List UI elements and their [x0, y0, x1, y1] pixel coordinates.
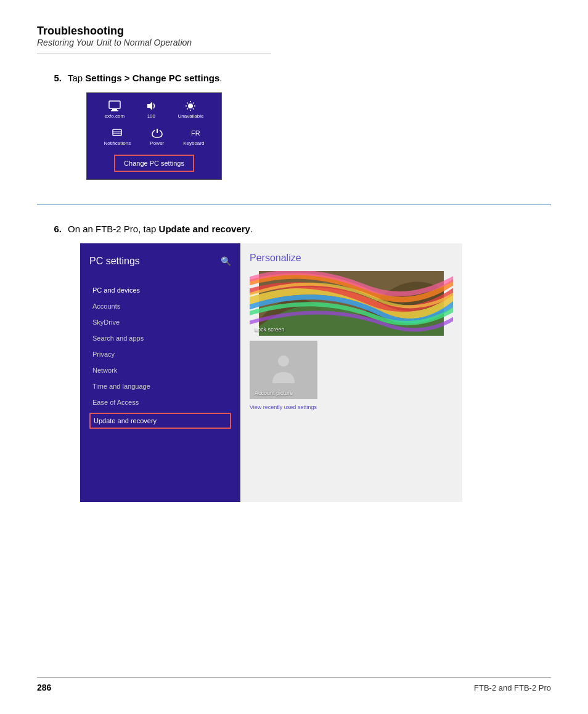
- person-icon: [271, 354, 296, 387]
- pc-settings-title: PC settings: [89, 256, 140, 267]
- account-picture-label: Account picture: [255, 390, 293, 396]
- charm-keyboard: FRA Keyboard: [183, 128, 204, 146]
- step-5-text-suffix: .: [219, 73, 222, 83]
- step-6-text-suffix: .: [250, 224, 253, 234]
- svg-marker-3: [147, 102, 152, 110]
- notifications-icon: [111, 128, 123, 139]
- step-5-content: Tap Settings > Change PC settings. exfo.…: [68, 73, 551, 180]
- charm-volume-label: 100: [147, 113, 155, 119]
- charm-icons-row1: exfo.com 100: [94, 100, 214, 119]
- step-6-screenshot: PC settings 🔍 PC and devices Accounts Sk…: [80, 243, 462, 502]
- charm-exfo-label: exfo.com: [105, 113, 125, 119]
- header-divider: [37, 54, 271, 54]
- step-5-screenshot: exfo.com 100: [86, 92, 222, 180]
- charm-notifications-label: Notifications: [104, 140, 131, 146]
- svg-rect-1: [112, 109, 117, 110]
- personalize-title: Personalize: [250, 253, 453, 264]
- step-6: 6. On an FTB-2 Pro, tap Update and recov…: [37, 224, 551, 502]
- account-picture-container: Account picture: [250, 341, 317, 399]
- step-5-text: Tap Settings > Change PC settings.: [68, 73, 551, 83]
- svg-rect-0: [109, 101, 120, 108]
- svg-line-9: [187, 103, 189, 104]
- menu-item-pc-devices[interactable]: PC and devices: [89, 282, 231, 298]
- charm-exfo: exfo.com: [105, 100, 125, 119]
- step-6-text: On an FTB-2 Pro, tap Update and recovery…: [68, 224, 551, 234]
- person-silhouette-icon: [271, 354, 296, 384]
- step-6-text-prefix: On an FTB-2 Pro, tap: [68, 224, 159, 234]
- pc-settings-header: PC settings 🔍: [89, 256, 231, 267]
- personalize-panel: Personalize: [240, 243, 462, 502]
- power-icon: [151, 128, 163, 139]
- svg-line-10: [193, 108, 194, 110]
- step-5-number: 5.: [37, 73, 68, 83]
- svg-line-11: [193, 103, 194, 104]
- charm-brightness-label: Unavailable: [178, 113, 204, 119]
- menu-item-time-language[interactable]: Time and language: [89, 378, 231, 394]
- menu-item-accounts[interactable]: Accounts: [89, 298, 231, 314]
- charm-brightness: Unavailable: [178, 100, 204, 119]
- svg-point-18: [278, 355, 289, 367]
- page-footer: 286 FTB-2 and FTB-2 Pro: [37, 677, 551, 692]
- monitor-icon: [108, 100, 121, 112]
- pc-settings-search-icon[interactable]: 🔍: [221, 256, 231, 267]
- settings-menu: PC and devices Accounts SkyDrive Search …: [89, 282, 231, 429]
- charm-volume: 100: [145, 100, 157, 119]
- step-5-text-bold: Settings > Change PC settings: [85, 73, 219, 83]
- step-divider: [37, 205, 551, 205]
- svg-rect-13: [113, 129, 121, 136]
- step-6-content: On an FTB-2 Pro, tap Update and recovery…: [68, 224, 551, 502]
- brightness-icon: [184, 100, 197, 112]
- view-recently-link[interactable]: View recently used settings: [250, 404, 453, 410]
- charm-icons-row2: Notifications Power FRA Keyboard: [94, 128, 214, 146]
- menu-item-network[interactable]: Network: [89, 362, 231, 378]
- charm-power: Power: [150, 128, 164, 146]
- page-title: Troubleshooting: [37, 25, 551, 38]
- lock-screen-label: Lock screen: [255, 327, 285, 333]
- menu-item-skydrive[interactable]: SkyDrive: [89, 314, 231, 330]
- menu-item-update-recovery[interactable]: Update and recovery: [89, 413, 231, 429]
- svg-text:FRA: FRA: [191, 129, 200, 137]
- svg-point-4: [188, 103, 193, 108]
- page-header: Troubleshooting Restoring Your Unit to N…: [37, 25, 551, 47]
- pc-settings-panel: PC settings 🔍 PC and devices Accounts Sk…: [80, 243, 240, 502]
- menu-item-privacy[interactable]: Privacy: [89, 346, 231, 362]
- lock-screen-image: Lock screen: [250, 271, 453, 336]
- menu-item-search-apps[interactable]: Search and apps: [89, 330, 231, 346]
- step-5-text-prefix: Tap: [68, 73, 85, 83]
- menu-item-ease-access[interactable]: Ease of Access: [89, 394, 231, 410]
- svg-line-12: [187, 108, 189, 110]
- charm-notifications: Notifications: [104, 128, 131, 146]
- step-6-text-bold: Update and recovery: [159, 224, 250, 234]
- keyboard-icon: FRA: [187, 128, 200, 139]
- charm-power-label: Power: [150, 140, 164, 146]
- step-6-number: 6.: [37, 224, 68, 234]
- page-subtitle: Restoring Your Unit to Normal Operation: [37, 38, 551, 47]
- page-number: 286: [37, 683, 51, 692]
- change-pc-settings-button[interactable]: Change PC settings: [114, 155, 194, 172]
- step-5: 5. Tap Settings > Change PC settings. ex…: [37, 73, 551, 180]
- charm-keyboard-label: Keyboard: [183, 140, 204, 146]
- svg-rect-2: [111, 110, 118, 112]
- volume-icon: [145, 100, 157, 112]
- product-name: FTB-2 and FTB-2 Pro: [474, 683, 551, 692]
